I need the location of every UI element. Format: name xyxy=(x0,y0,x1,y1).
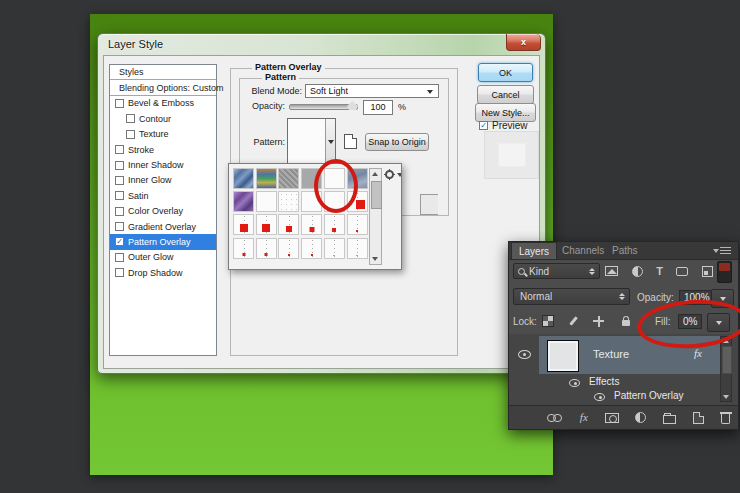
pattern-swatch-3-1[interactable] xyxy=(233,214,254,235)
picker-scrollbar[interactable] xyxy=(369,168,382,265)
styles-list-item-bevel-emboss[interactable]: Bevel & Emboss xyxy=(110,96,216,111)
snap-to-origin-button[interactable]: Snap to Origin xyxy=(365,133,429,151)
checkbox-inner-glow[interactable] xyxy=(115,176,124,185)
effects-label[interactable]: Effects xyxy=(589,376,619,387)
lock-all-icon[interactable] xyxy=(622,320,630,326)
scroll-down-icon[interactable] xyxy=(372,257,378,261)
scroll-up-icon[interactable] xyxy=(372,172,378,176)
effect-visibility-eye-icon[interactable] xyxy=(594,393,605,401)
visibility-eye-icon[interactable] xyxy=(518,350,531,359)
shape-layer-filter-icon[interactable] xyxy=(676,267,688,276)
styles-list-item-pattern-overlay[interactable]: Pattern Overlay xyxy=(110,234,216,249)
pattern-swatch-4-6[interactable] xyxy=(347,238,368,259)
red-square-mark xyxy=(240,224,248,232)
tab-layers[interactable]: Layers xyxy=(511,242,557,259)
pattern-swatch-4-4[interactable] xyxy=(301,238,322,259)
scrollbar-thumb[interactable] xyxy=(371,181,382,209)
pattern-swatch-4-2[interactable] xyxy=(256,238,277,259)
checkbox-inner-shadow[interactable] xyxy=(115,161,124,170)
blend-mode-dropdown[interactable]: Soft Light xyxy=(305,84,439,98)
pattern-swatch-2-1[interactable] xyxy=(233,191,254,212)
pattern-swatch-3-3[interactable] xyxy=(278,214,299,235)
filter-toggle-switch[interactable] xyxy=(717,261,732,283)
new-pattern-icon[interactable] xyxy=(344,134,357,149)
effect-item-pattern-overlay[interactable]: Pattern Overlay xyxy=(614,390,683,401)
new-adjustment-layer-icon[interactable] xyxy=(635,412,646,423)
layer-thumbnail[interactable] xyxy=(547,340,579,372)
gear-icon[interactable] xyxy=(385,170,394,179)
blend-mode-dropdown-panel[interactable]: Normal xyxy=(513,288,630,305)
styles-list-item-contour[interactable]: Contour xyxy=(110,111,216,126)
layer-fx-badge[interactable]: fx xyxy=(694,347,702,359)
styles-list-item-satin[interactable]: Satin xyxy=(110,188,216,203)
pattern-swatch-3-4[interactable] xyxy=(301,214,322,235)
ok-button[interactable]: OK xyxy=(478,63,533,82)
styles-list-item-stroke[interactable]: Stroke xyxy=(110,142,216,157)
add-layer-mask-icon[interactable] xyxy=(605,413,619,423)
layer-list-scrollbar[interactable] xyxy=(720,336,732,402)
red-square-mark xyxy=(242,253,245,256)
preview-checkbox[interactable] xyxy=(479,121,488,130)
close-button[interactable]: x xyxy=(506,34,541,51)
chevron-down-icon xyxy=(328,140,334,144)
tab-paths[interactable]: Paths xyxy=(605,242,645,259)
scrollbar-thumb[interactable] xyxy=(722,346,732,374)
checkbox-contour[interactable] xyxy=(126,114,135,123)
pattern-swatch-preview[interactable] xyxy=(287,118,336,165)
styles-list-item-drop-shadow[interactable]: Drop Shadow xyxy=(110,265,216,280)
styles-list: StylesBlending Options: CustomBevel & Em… xyxy=(109,64,217,356)
pattern-swatch-1-2[interactable] xyxy=(256,168,277,189)
checkbox-outer-glow[interactable] xyxy=(115,253,124,262)
layer-name[interactable]: Texture xyxy=(593,348,629,360)
styles-list-item-blending-options-custom[interactable]: Blending Options: Custom xyxy=(110,80,216,95)
panel-menu-icon[interactable] xyxy=(720,247,731,255)
checkbox-pattern-overlay[interactable] xyxy=(115,237,124,246)
pattern-swatch-4-5[interactable] xyxy=(324,238,345,259)
tab-channels[interactable]: Channels xyxy=(555,242,611,259)
cancel-button[interactable]: Cancel xyxy=(477,85,534,104)
pattern-swatch-3-6[interactable] xyxy=(347,214,368,235)
new-group-icon[interactable] xyxy=(663,415,676,424)
new-layer-icon[interactable] xyxy=(693,412,704,424)
type-layer-filter-icon[interactable]: T xyxy=(656,266,663,277)
pattern-swatch-2-2[interactable] xyxy=(256,191,277,212)
checkbox-gradient-overlay[interactable] xyxy=(115,222,124,231)
checkbox-satin[interactable] xyxy=(115,191,124,200)
checkbox-drop-shadow[interactable] xyxy=(115,268,124,277)
styles-list-item-color-overlay[interactable]: Color Overlay xyxy=(110,204,216,219)
checkbox-stroke[interactable] xyxy=(115,145,124,154)
opacity-value-field[interactable]: 100 xyxy=(363,100,393,115)
styles-list-item-styles[interactable]: Styles xyxy=(110,65,216,80)
scroll-down-icon[interactable] xyxy=(723,395,729,399)
pattern-swatch-1-1[interactable] xyxy=(233,168,254,189)
layer-style-icon[interactable]: fx xyxy=(580,412,588,423)
styles-list-item-inner-shadow[interactable]: Inner Shadow xyxy=(110,157,216,172)
pattern-group-label: Pattern xyxy=(262,72,299,82)
checkbox-bevel-emboss[interactable] xyxy=(115,99,124,108)
lock-paint-icon[interactable] xyxy=(569,316,578,326)
pattern-swatch-4-3[interactable] xyxy=(278,238,299,259)
gear-menu-chevron-icon[interactable] xyxy=(397,173,402,177)
filter-kind-dropdown[interactable]: Kind xyxy=(513,263,600,279)
delete-layer-icon[interactable] xyxy=(721,414,730,424)
adjustment-layer-filter-icon[interactable] xyxy=(632,266,643,277)
pattern-swatch-3-5[interactable] xyxy=(324,214,345,235)
smart-object-filter-icon[interactable] xyxy=(702,266,713,277)
styles-list-item-inner-glow[interactable]: Inner Glow xyxy=(110,173,216,188)
pixel-layer-filter-icon[interactable] xyxy=(605,266,618,276)
pattern-swatch-dropdown[interactable] xyxy=(325,119,335,164)
checkbox-texture[interactable] xyxy=(126,130,135,139)
lock-position-icon[interactable] xyxy=(593,316,604,327)
pattern-swatch-4-1[interactable] xyxy=(233,238,254,259)
link-layers-icon[interactable] xyxy=(547,414,563,422)
styles-list-item-outer-glow[interactable]: Outer Glow xyxy=(110,250,216,265)
lock-transparency-icon[interactable] xyxy=(542,315,554,327)
styles-list-item-texture[interactable]: Texture xyxy=(110,127,216,142)
checkbox-color-overlay[interactable] xyxy=(115,207,124,216)
styles-list-item-gradient-overlay[interactable]: Gradient Overlay xyxy=(110,219,216,234)
red-square-mark xyxy=(262,224,270,232)
pattern-swatch-1-3[interactable] xyxy=(278,168,299,189)
pattern-swatch-2-3[interactable] xyxy=(278,191,299,212)
effects-visibility-eye-icon[interactable] xyxy=(569,379,580,387)
pattern-swatch-3-2[interactable] xyxy=(256,214,277,235)
